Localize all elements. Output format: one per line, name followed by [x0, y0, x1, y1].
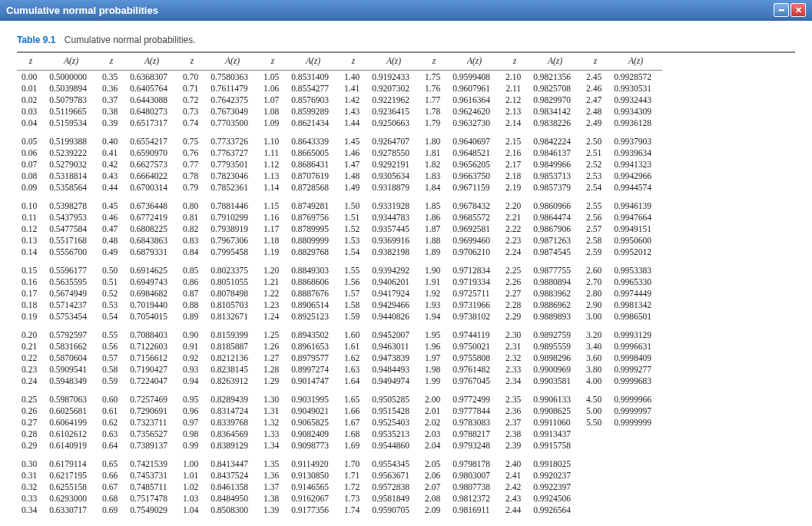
z-value: 0.52 [98, 287, 125, 299]
a-value: 0.7156612 [125, 352, 178, 363]
a-value: 0.8979577 [287, 352, 340, 363]
z-value: 1.96 [420, 340, 448, 352]
a-value: 0.9860966 [529, 200, 582, 211]
z-value: 1.43 [340, 105, 367, 117]
z-value: 1.92 [420, 287, 448, 299]
table-row: 0.010.50398940.360.64057640.710.76114791… [17, 82, 662, 94]
table-row: 0.240.59483490.590.72240470.940.82639121… [17, 375, 662, 386]
a-value: 0.9934309 [609, 105, 662, 117]
a-value [609, 458, 662, 469]
z-value: 1.41 [340, 82, 367, 94]
z-value: 0.28 [17, 428, 45, 439]
a-value: 0.7453731 [125, 469, 178, 481]
z-value: 0.68 [98, 492, 125, 504]
a-value: 0.9473839 [367, 352, 420, 363]
a-value: 0.9761482 [448, 363, 501, 375]
a-value: 0.9946139 [609, 200, 662, 211]
a-value: 0.6517317 [125, 117, 178, 128]
a-value: 0.9950600 [609, 234, 662, 246]
a-value: 0.9440826 [367, 310, 420, 322]
a-value: 0.9554345 [367, 458, 420, 469]
z-value: 0.31 [17, 469, 45, 481]
a-value: 0.9750021 [448, 340, 501, 352]
a-value: 0.5079783 [45, 94, 98, 105]
a-value: 0.6949743 [125, 276, 178, 287]
z-value: 1.82 [420, 158, 448, 170]
z-value: 1.55 [340, 264, 367, 276]
z-value: 1.36 [259, 469, 287, 481]
z-value: 2.80 [582, 287, 609, 299]
z-value: 1.70 [340, 458, 367, 469]
z-value [582, 469, 609, 481]
z-value: 1.12 [259, 158, 287, 170]
a-value: 0.9915758 [529, 439, 582, 451]
z-value: 1.22 [259, 287, 287, 299]
z-value: 1.47 [340, 158, 367, 170]
a-value: 0.8554277 [287, 82, 340, 94]
z-value [582, 439, 609, 451]
a-value: 0.7389137 [125, 439, 178, 451]
z-value: 1.60 [340, 329, 367, 340]
z-value: 1.89 [420, 246, 448, 257]
z-value: 1.30 [259, 393, 287, 405]
a-value: 0.9382198 [367, 246, 420, 257]
z-value: 2.04 [420, 439, 448, 451]
z-value: 2.48 [582, 105, 609, 117]
z-value: 2.05 [420, 458, 448, 469]
a-value: 0.8238145 [206, 363, 259, 375]
a-value: 0.9944574 [609, 181, 662, 193]
a-value: 0.9825708 [529, 82, 582, 94]
z-value: 0.57 [98, 352, 125, 363]
z-value: 2.23 [501, 234, 529, 246]
a-value: 0.6772419 [125, 211, 178, 223]
a-value: 0.8132671 [206, 310, 259, 322]
a-value: 0.9857379 [529, 181, 582, 193]
z-value: 1.42 [340, 94, 367, 105]
a-value: 0.9146565 [287, 481, 340, 492]
a-value: 0.7703500 [206, 117, 259, 128]
a-value: 0.9572838 [367, 481, 420, 492]
table-row: 0.210.58316620.560.71226030.910.81858871… [17, 340, 662, 352]
table-row: 0.000.50000000.350.63683070.700.75803631… [17, 71, 662, 83]
a-value: 0.6590970 [125, 147, 178, 158]
z-value: 0.37 [98, 94, 125, 105]
a-value: 0.9014747 [287, 375, 340, 386]
a-value: 0.9986501 [609, 310, 662, 322]
z-value: 0.94 [178, 375, 206, 386]
a-value: 0.9877755 [529, 264, 582, 276]
z-value: 0.36 [98, 82, 125, 94]
window-titlebar: Cumulative normal probabilities ━ ✕ [0, 0, 812, 21]
a-value: 0.9616364 [448, 94, 501, 105]
table-row: 0.040.51595340.390.65173170.740.77035001… [17, 117, 662, 128]
a-value: 0.9798178 [448, 458, 501, 469]
z-value [582, 428, 609, 439]
a-value: 0.8531409 [287, 71, 340, 83]
a-value: 0.9731966 [448, 299, 501, 310]
z-value: 2.31 [501, 340, 529, 352]
a-value: 0.9406201 [367, 276, 420, 287]
a-value: 0.6179114 [45, 458, 98, 469]
a-value: 0.9671159 [448, 181, 501, 193]
z-value: 1.37 [259, 481, 287, 492]
z-value: 0.65 [98, 458, 125, 469]
z-value: 3.80 [582, 363, 609, 375]
a-value: 0.6700314 [125, 181, 178, 193]
a-value: 0.5909541 [45, 363, 98, 375]
close-button[interactable]: ✕ [790, 3, 806, 17]
a-value: 0.9999999 [609, 416, 662, 428]
a-value: 0.5039894 [45, 82, 98, 94]
a-value: 0.5279032 [45, 158, 98, 170]
a-value: 0.9953383 [609, 264, 662, 276]
a-value: 0.9803007 [448, 469, 501, 481]
z-value: 3.60 [582, 352, 609, 363]
a-value: 0.9936128 [609, 117, 662, 128]
z-value: 1.50 [340, 200, 367, 211]
a-value: 0.8686431 [287, 158, 340, 170]
z-value: 1.87 [420, 223, 448, 234]
a-value: 0.8643339 [287, 135, 340, 147]
minimize-button[interactable]: ━ [774, 3, 789, 17]
table-row: 0.290.61409190.640.73891370.990.83891291… [17, 439, 662, 451]
a-value: 0.5635595 [45, 276, 98, 287]
a-value: 0.9535213 [367, 428, 420, 439]
z-value: 1.40 [340, 71, 367, 83]
